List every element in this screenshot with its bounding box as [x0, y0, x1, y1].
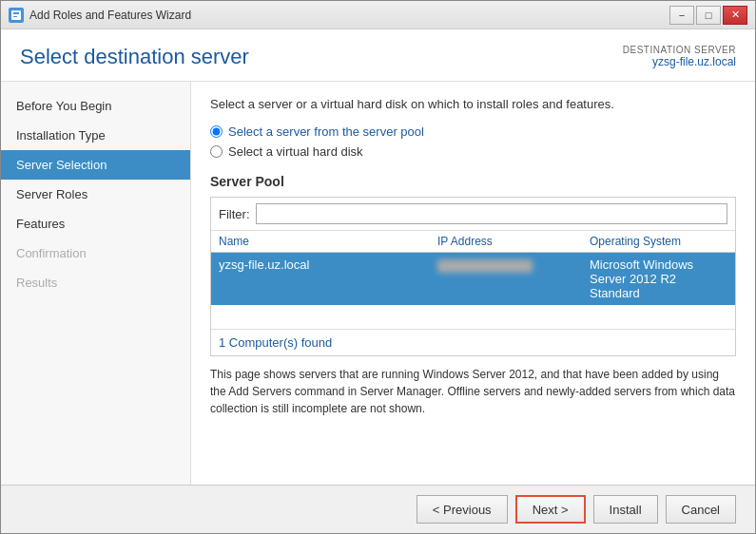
table-header: Name IP Address Operating System [211, 231, 735, 253]
sidebar-item-confirmation: Confirmation [1, 238, 190, 268]
main-content: Select a server or a virtual hard disk o… [191, 82, 755, 485]
minimize-button[interactable]: − [669, 6, 694, 25]
restore-button[interactable]: □ [696, 6, 721, 25]
radio-virtual-disk-label[interactable]: Select a virtual hard disk [228, 144, 363, 159]
server-pool-section: Filter: Name IP Address Operating System… [210, 197, 736, 356]
filter-input[interactable] [256, 203, 728, 224]
next-button[interactable]: Next > [515, 495, 586, 524]
radio-group: Select a server from the server pool Sel… [210, 124, 736, 159]
window-title: Add Roles and Features Wizard [29, 9, 191, 22]
close-button[interactable]: ✕ [723, 6, 747, 25]
dest-label: DESTINATION SERVER [623, 45, 736, 55]
col-header-ip[interactable]: IP Address [437, 235, 590, 248]
sidebar: Before You Begin Installation Type Serve… [1, 82, 191, 485]
sidebar-item-server-selection[interactable]: Server Selection [1, 150, 190, 180]
main-window: Add Roles and Features Wizard − □ ✕ Sele… [0, 0, 756, 534]
col-header-name[interactable]: Name [219, 235, 437, 248]
footer: < Previous Next > Install Cancel [1, 485, 755, 533]
sidebar-item-server-roles[interactable]: Server Roles [1, 180, 190, 209]
radio-virtual-disk-input[interactable] [210, 145, 223, 158]
title-bar-left: Add Roles and Features Wizard [9, 8, 191, 23]
col-header-os[interactable]: Operating System [590, 235, 727, 248]
sidebar-item-results: Results [1, 268, 190, 297]
table-body: yzsg-file.uz.local Microsoft Windows Ser… [211, 253, 735, 329]
cell-server-name: yzsg-file.uz.local [219, 257, 437, 300]
radio-server-pool-input[interactable] [210, 125, 223, 138]
filter-row: Filter: [211, 198, 735, 231]
sidebar-item-before-you-begin[interactable]: Before You Begin [1, 91, 190, 121]
title-bar: Add Roles and Features Wizard − □ ✕ [1, 1, 755, 29]
install-button[interactable]: Install [593, 495, 658, 524]
sidebar-item-installation-type[interactable]: Installation Type [1, 121, 190, 150]
sidebar-item-features[interactable]: Features [1, 209, 190, 238]
page-title: Select destination server [20, 45, 249, 69]
radio-server-pool: Select a server from the server pool [210, 124, 736, 139]
info-text: This page shows servers that are running… [210, 366, 736, 417]
svg-rect-1 [13, 12, 19, 14]
cancel-button[interactable]: Cancel [666, 495, 736, 524]
header-section: Select destination server DESTINATION SE… [1, 29, 755, 82]
radio-server-pool-label[interactable]: Select a server from the server pool [228, 124, 424, 139]
main-body: Before You Begin Installation Type Serve… [1, 82, 755, 485]
wizard-icon [9, 8, 24, 23]
cell-ip-address [437, 257, 590, 300]
title-bar-controls: − □ ✕ [669, 6, 747, 25]
instruction-text: Select a server or a virtual hard disk o… [210, 97, 736, 111]
svg-rect-2 [13, 16, 17, 17]
dest-name: yzsg-file.uz.local [623, 55, 736, 68]
radio-virtual-disk: Select a virtual hard disk [210, 144, 736, 159]
count-text: 1 Computer(s) found [211, 329, 735, 355]
svg-rect-0 [11, 10, 21, 20]
content-area: Select destination server DESTINATION SE… [1, 29, 755, 485]
server-pool-title: Server Pool [210, 174, 736, 189]
cell-os: Microsoft Windows Server 2012 R2 Standar… [590, 257, 727, 300]
dest-server-info: DESTINATION SERVER yzsg-file.uz.local [623, 45, 736, 68]
table-row[interactable]: yzsg-file.uz.local Microsoft Windows Ser… [211, 253, 735, 305]
previous-button[interactable]: < Previous [417, 495, 508, 524]
filter-label: Filter: [219, 207, 250, 221]
